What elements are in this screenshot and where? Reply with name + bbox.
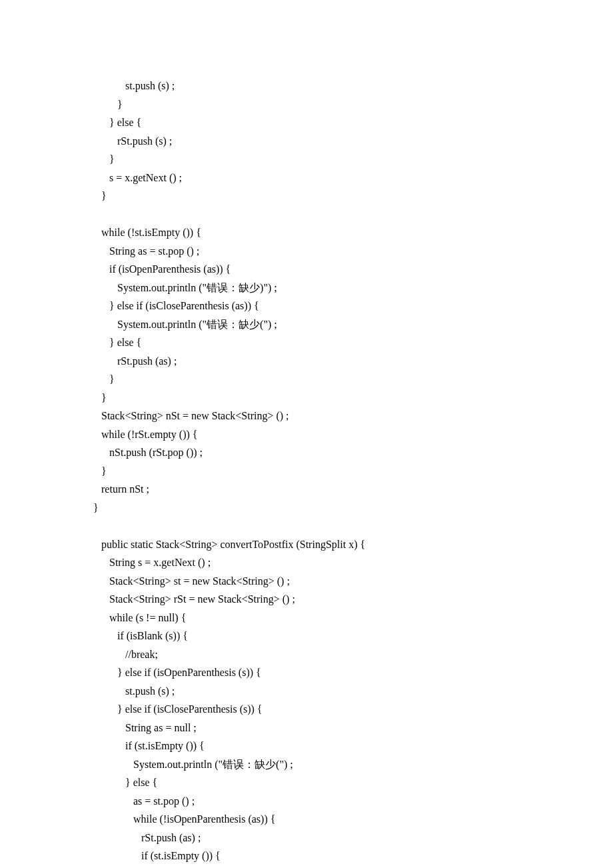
code-line: while (!rSt.empty ()) {	[93, 425, 613, 444]
code-line: } else {	[93, 113, 613, 132]
code-line: rSt.push (as) ;	[93, 829, 613, 847]
code-line: if (isBlank (s)) {	[93, 627, 613, 645]
code-line: if (isOpenParenthesis (as)) {	[93, 260, 613, 279]
code-line: String as = st.pop () ;	[93, 242, 613, 261]
code-line: } else if (isCloseParenthesis (as)) {	[93, 297, 613, 315]
code-line: while (!st.isEmpty ()) {	[93, 223, 613, 242]
code-line: System.out.println ("错误：缺少(") ;	[93, 315, 613, 334]
code-line: st.push (s) ;	[93, 77, 613, 95]
code-line: String s = x.getNext () ;	[93, 553, 613, 572]
code-line	[93, 205, 613, 224]
code-line: }	[93, 95, 613, 114]
code-line: Stack<String> rSt = new Stack<String> ()…	[93, 590, 613, 609]
code-block: st.push (s) ; } } else { rSt.push (s) ; …	[93, 77, 613, 868]
code-line: System.out.println ("错误：缺少(") ;	[93, 755, 613, 774]
code-line: } else {	[93, 773, 613, 792]
code-line: }	[93, 462, 613, 481]
code-line: while (!isOpenParenthesis (as)) {	[93, 810, 613, 829]
code-line: as = st.pop () ;	[93, 792, 613, 811]
code-line: return nSt ;	[93, 480, 613, 499]
code-line	[93, 517, 613, 535]
code-line: }	[93, 370, 613, 389]
code-line: }	[93, 389, 613, 407]
code-line: System.out.println ("错误：缺少(") ;	[93, 865, 613, 869]
code-line: if (st.isEmpty ()) {	[93, 737, 613, 755]
code-line: }	[93, 150, 613, 169]
code-line: public static Stack<String> convertToPos…	[93, 535, 613, 554]
code-page: st.push (s) ; } } else { rSt.push (s) ; …	[0, 0, 613, 868]
code-line: st.push (s) ;	[93, 682, 613, 701]
code-line: Stack<String> nSt = new Stack<String> ()…	[93, 407, 613, 425]
code-line: } else if (isOpenParenthesis (s)) {	[93, 663, 613, 682]
code-line: }	[93, 187, 613, 205]
code-line: Stack<String> st = new Stack<String> () …	[93, 572, 613, 591]
code-line: nSt.push (rSt.pop ()) ;	[93, 443, 613, 462]
code-line: //break;	[93, 645, 613, 664]
code-line: } else {	[93, 333, 613, 352]
code-line: rSt.push (s) ;	[93, 132, 613, 151]
code-line: while (s != null) {	[93, 609, 613, 627]
code-line: rSt.push (as) ;	[93, 352, 613, 371]
code-line: String as = null ;	[93, 719, 613, 737]
code-line: }	[93, 499, 613, 517]
code-line: if (st.isEmpty ()) {	[93, 847, 613, 865]
code-line: s = x.getNext () ;	[93, 169, 613, 187]
code-line: } else if (isCloseParenthesis (s)) {	[93, 700, 613, 719]
code-line: System.out.println ("错误：缺少)") ;	[93, 279, 613, 297]
